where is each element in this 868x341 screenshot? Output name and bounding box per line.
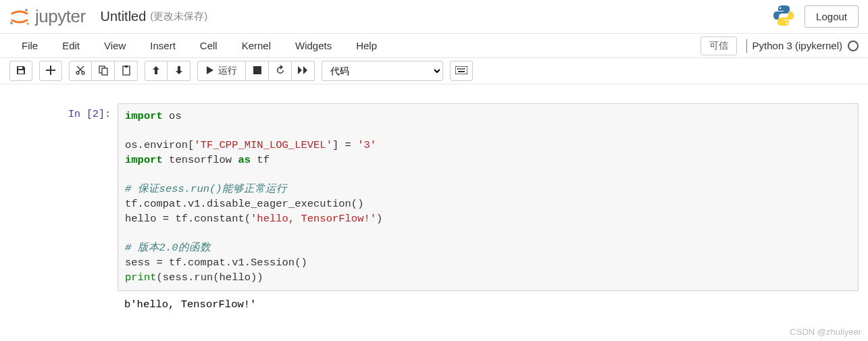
trusted-button[interactable]: 可信 xyxy=(700,36,737,55)
watermark: CSDN @zhuliyeer xyxy=(790,327,861,333)
copy-icon xyxy=(98,65,109,78)
menu-edit[interactable]: Edit xyxy=(50,34,92,57)
svg-rect-11 xyxy=(253,66,261,74)
code-input-area[interactable]: import os os.environ['TF_CPP_MIN_LOG_LEV… xyxy=(118,103,859,291)
move-down-button[interactable] xyxy=(168,61,190,81)
svg-rect-13 xyxy=(457,68,459,70)
svg-rect-17 xyxy=(458,71,465,72)
svg-rect-16 xyxy=(463,68,465,70)
input-prompt: In [2]: xyxy=(9,103,118,313)
svg-point-4 xyxy=(786,22,788,24)
stop-icon xyxy=(253,65,261,76)
paste-button[interactable] xyxy=(115,61,138,81)
svg-point-3 xyxy=(780,7,782,9)
jupyter-logo-icon xyxy=(9,8,30,26)
arrow-up-icon xyxy=(151,65,161,77)
menu-help[interactable]: Help xyxy=(344,34,389,57)
restart-run-all-button[interactable] xyxy=(292,61,315,81)
kernel-name[interactable]: Python 3 (ipykernel) xyxy=(752,40,842,51)
save-icon xyxy=(16,65,26,78)
command-palette-button[interactable] xyxy=(450,61,473,81)
run-label: 运行 xyxy=(218,65,237,77)
notebook-title[interactable]: Untitled xyxy=(101,9,147,24)
scissors-icon xyxy=(75,65,86,78)
restart-button[interactable] xyxy=(269,61,292,81)
arrow-down-icon xyxy=(174,65,184,77)
cell-body: import os os.environ['TF_CPP_MIN_LOG_LEV… xyxy=(118,103,859,313)
menu-insert[interactable]: Insert xyxy=(138,34,188,57)
keyboard-icon xyxy=(455,65,467,76)
code-editor[interactable]: import os os.environ['TF_CPP_MIN_LOG_LEV… xyxy=(125,109,851,285)
refresh-icon xyxy=(275,65,286,78)
code-cell[interactable]: In [2]: import os os.environ['TF_CPP_MIN… xyxy=(9,103,859,313)
menu-bar: File Edit View Insert Cell Kernel Widget… xyxy=(0,34,868,58)
svg-point-6 xyxy=(82,72,84,74)
play-icon xyxy=(206,65,214,76)
kernel-divider xyxy=(746,39,747,53)
menu-kernel[interactable]: Kernel xyxy=(230,34,283,57)
cell-output: b'hello, TensorFlow!' xyxy=(118,291,859,313)
cell-type-select[interactable]: 代码 xyxy=(322,61,443,81)
python-logo-icon xyxy=(772,4,795,29)
notebook-container: In [2]: import os os.environ['TF_CPP_MIN… xyxy=(0,84,868,333)
plus-icon xyxy=(46,65,55,77)
run-button[interactable]: 运行 xyxy=(197,61,246,81)
logo-area[interactable]: jupyter xyxy=(9,6,86,27)
prompt-in: In xyxy=(68,109,86,120)
svg-point-2 xyxy=(27,22,29,24)
logout-button[interactable]: Logout xyxy=(805,5,859,28)
svg-point-0 xyxy=(25,9,28,11)
svg-point-1 xyxy=(10,22,13,24)
cut-button[interactable] xyxy=(69,61,92,81)
menu-cell[interactable]: Cell xyxy=(188,34,230,57)
menu-view[interactable]: View xyxy=(92,34,138,57)
copy-button[interactable] xyxy=(92,61,115,81)
prompt-num: [2]: xyxy=(86,109,111,120)
fast-forward-icon xyxy=(298,65,309,76)
move-up-button[interactable] xyxy=(145,61,168,81)
menu-widgets[interactable]: Widgets xyxy=(283,34,344,57)
svg-rect-8 xyxy=(102,68,107,75)
menu-file[interactable]: File xyxy=(9,34,50,57)
jupyter-logo-text: jupyter xyxy=(35,6,86,27)
interrupt-button[interactable] xyxy=(246,61,269,81)
svg-rect-10 xyxy=(125,65,128,68)
paste-icon xyxy=(121,65,132,78)
add-cell-button[interactable] xyxy=(39,61,62,81)
autosave-status: (更改未保存) xyxy=(150,10,207,23)
toolbar: 运行 代码 xyxy=(0,58,868,84)
svg-rect-14 xyxy=(459,68,461,70)
svg-rect-15 xyxy=(461,68,463,70)
svg-point-5 xyxy=(76,72,79,74)
app-header: jupyter Untitled (更改未保存) Logout xyxy=(0,0,868,34)
svg-rect-12 xyxy=(455,66,467,74)
kernel-idle-icon xyxy=(848,41,859,51)
save-button[interactable] xyxy=(9,61,32,81)
